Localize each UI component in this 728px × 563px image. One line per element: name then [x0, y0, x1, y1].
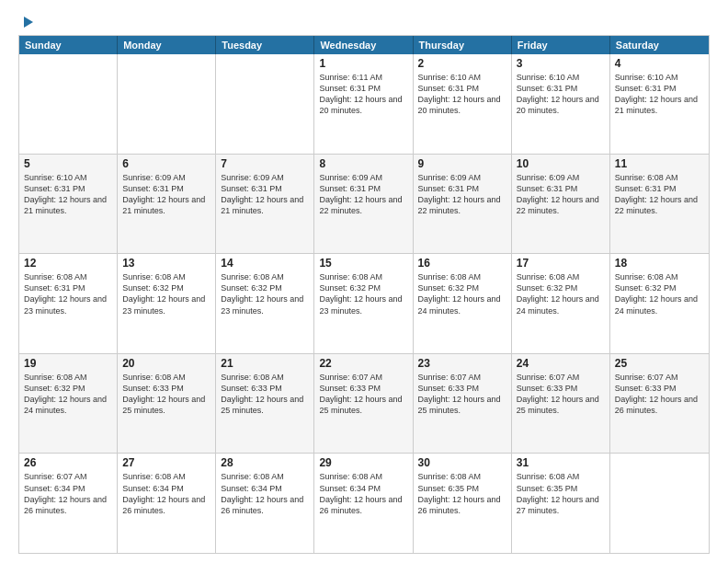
calendar-cell-w2-d4: 16Sunrise: 6:08 AM Sunset: 6:32 PM Dayli…: [414, 254, 512, 353]
day-number: 3: [517, 57, 605, 70]
day-number: 23: [418, 357, 506, 370]
day-number: 26: [24, 456, 112, 469]
calendar-cell-w1-d3: 8Sunrise: 6:09 AM Sunset: 6:31 PM Daylig…: [314, 155, 413, 254]
day-number: 1: [319, 57, 407, 70]
day-number: 21: [221, 357, 309, 370]
day-number: 8: [319, 157, 407, 170]
day-info: Sunrise: 6:09 AM Sunset: 6:31 PM Dayligh…: [122, 172, 210, 217]
day-number: 16: [418, 257, 506, 270]
day-number: 9: [418, 157, 506, 170]
day-number: 5: [24, 157, 112, 170]
day-number: 20: [122, 357, 210, 370]
calendar-cell-w3-d4: 23Sunrise: 6:07 AM Sunset: 6:33 PM Dayli…: [414, 354, 512, 454]
calendar-cell-w2-d5: 17Sunrise: 6:08 AM Sunset: 6:32 PM Dayli…: [512, 254, 610, 353]
header: [18, 15, 710, 28]
calendar-row-1: 5Sunrise: 6:10 AM Sunset: 6:31 PM Daylig…: [19, 154, 709, 254]
day-info: Sunrise: 6:08 AM Sunset: 6:33 PM Dayligh…: [221, 372, 309, 417]
day-number: 7: [221, 157, 309, 170]
day-number: 25: [615, 357, 704, 370]
day-number: 14: [221, 257, 309, 270]
day-number: 19: [24, 357, 112, 370]
calendar-row-2: 12Sunrise: 6:08 AM Sunset: 6:31 PM Dayli…: [19, 253, 709, 353]
calendar-cell-w1-d6: 11Sunrise: 6:08 AM Sunset: 6:31 PM Dayli…: [610, 155, 709, 254]
header-day-friday: Friday: [512, 36, 610, 54]
day-info: Sunrise: 6:10 AM Sunset: 6:31 PM Dayligh…: [517, 72, 605, 117]
header-day-thursday: Thursday: [414, 36, 512, 54]
day-info: Sunrise: 6:07 AM Sunset: 6:33 PM Dayligh…: [517, 372, 605, 417]
logo-arrow-icon: [24, 17, 33, 28]
day-info: Sunrise: 6:10 AM Sunset: 6:31 PM Dayligh…: [615, 72, 704, 117]
day-info: Sunrise: 6:08 AM Sunset: 6:34 PM Dayligh…: [221, 471, 309, 516]
calendar-cell-w4-d1: 27Sunrise: 6:08 AM Sunset: 6:34 PM Dayli…: [118, 454, 216, 553]
calendar-cell-w1-d2: 7Sunrise: 6:09 AM Sunset: 6:31 PM Daylig…: [216, 155, 314, 254]
day-info: Sunrise: 6:08 AM Sunset: 6:35 PM Dayligh…: [418, 471, 506, 516]
day-info: Sunrise: 6:08 AM Sunset: 6:35 PM Dayligh…: [517, 471, 605, 516]
calendar-header: SundayMondayTuesdayWednesdayThursdayFrid…: [19, 36, 709, 54]
day-number: 12: [24, 257, 112, 270]
day-info: Sunrise: 6:08 AM Sunset: 6:31 PM Dayligh…: [615, 172, 704, 217]
day-info: Sunrise: 6:10 AM Sunset: 6:31 PM Dayligh…: [24, 172, 112, 217]
calendar-cell-w2-d3: 15Sunrise: 6:08 AM Sunset: 6:32 PM Dayli…: [314, 254, 413, 353]
day-info: Sunrise: 6:09 AM Sunset: 6:31 PM Dayligh…: [418, 172, 506, 217]
day-info: Sunrise: 6:08 AM Sunset: 6:32 PM Dayligh…: [418, 271, 506, 316]
calendar-cell-w3-d1: 20Sunrise: 6:08 AM Sunset: 6:33 PM Dayli…: [118, 354, 216, 454]
calendar-cell-w0-d3: 1Sunrise: 6:11 AM Sunset: 6:31 PM Daylig…: [314, 54, 413, 154]
day-number: 13: [122, 257, 210, 270]
calendar-body: 1Sunrise: 6:11 AM Sunset: 6:31 PM Daylig…: [19, 54, 709, 553]
calendar-cell-w2-d0: 12Sunrise: 6:08 AM Sunset: 6:31 PM Dayli…: [19, 254, 118, 353]
day-number: 18: [615, 257, 704, 270]
calendar-cell-w0-d1: [118, 54, 216, 154]
header-day-tuesday: Tuesday: [216, 36, 314, 54]
day-number: 29: [319, 456, 407, 469]
day-info: Sunrise: 6:08 AM Sunset: 6:32 PM Dayligh…: [517, 271, 605, 316]
day-info: Sunrise: 6:07 AM Sunset: 6:33 PM Dayligh…: [615, 372, 704, 417]
calendar-cell-w2-d1: 13Sunrise: 6:08 AM Sunset: 6:32 PM Dayli…: [118, 254, 216, 353]
calendar-cell-w4-d4: 30Sunrise: 6:08 AM Sunset: 6:35 PM Dayli…: [414, 454, 512, 553]
calendar-cell-w4-d6: [610, 454, 709, 553]
calendar-row-0: 1Sunrise: 6:11 AM Sunset: 6:31 PM Daylig…: [19, 54, 709, 154]
header-day-wednesday: Wednesday: [314, 36, 413, 54]
day-number: 2: [418, 57, 506, 70]
day-number: 30: [418, 456, 506, 469]
calendar-cell-w3-d3: 22Sunrise: 6:07 AM Sunset: 6:33 PM Dayli…: [314, 354, 413, 454]
calendar-cell-w4-d2: 28Sunrise: 6:08 AM Sunset: 6:34 PM Dayli…: [216, 454, 314, 553]
day-info: Sunrise: 6:11 AM Sunset: 6:31 PM Dayligh…: [319, 72, 407, 117]
calendar-cell-w3-d0: 19Sunrise: 6:08 AM Sunset: 6:32 PM Dayli…: [19, 354, 118, 454]
header-day-sunday: Sunday: [19, 36, 118, 54]
calendar-cell-w0-d6: 4Sunrise: 6:10 AM Sunset: 6:31 PM Daylig…: [610, 54, 709, 154]
day-number: 31: [517, 456, 605, 469]
calendar-cell-w3-d2: 21Sunrise: 6:08 AM Sunset: 6:33 PM Dayli…: [216, 354, 314, 454]
day-number: 10: [517, 157, 605, 170]
calendar-cell-w1-d4: 9Sunrise: 6:09 AM Sunset: 6:31 PM Daylig…: [414, 155, 512, 254]
day-info: Sunrise: 6:08 AM Sunset: 6:33 PM Dayligh…: [122, 372, 210, 417]
day-info: Sunrise: 6:07 AM Sunset: 6:33 PM Dayligh…: [319, 372, 407, 417]
calendar-cell-w2-d6: 18Sunrise: 6:08 AM Sunset: 6:32 PM Dayli…: [610, 254, 709, 353]
calendar-cell-w1-d5: 10Sunrise: 6:09 AM Sunset: 6:31 PM Dayli…: [512, 155, 610, 254]
page: SundayMondayTuesdayWednesdayThursdayFrid…: [0, 0, 728, 563]
day-number: 22: [319, 357, 407, 370]
logo: [18, 15, 33, 28]
day-info: Sunrise: 6:08 AM Sunset: 6:32 PM Dayligh…: [615, 271, 704, 316]
calendar-cell-w4-d5: 31Sunrise: 6:08 AM Sunset: 6:35 PM Dayli…: [512, 454, 610, 553]
calendar-row-4: 26Sunrise: 6:07 AM Sunset: 6:34 PM Dayli…: [19, 453, 709, 553]
day-info: Sunrise: 6:10 AM Sunset: 6:31 PM Dayligh…: [418, 72, 506, 117]
header-day-monday: Monday: [118, 36, 216, 54]
day-number: 24: [517, 357, 605, 370]
day-info: Sunrise: 6:07 AM Sunset: 6:34 PM Dayligh…: [24, 471, 112, 516]
calendar-cell-w2-d2: 14Sunrise: 6:08 AM Sunset: 6:32 PM Dayli…: [216, 254, 314, 353]
day-info: Sunrise: 6:08 AM Sunset: 6:32 PM Dayligh…: [221, 271, 309, 316]
calendar-cell-w0-d5: 3Sunrise: 6:10 AM Sunset: 6:31 PM Daylig…: [512, 54, 610, 154]
calendar-cell-w1-d1: 6Sunrise: 6:09 AM Sunset: 6:31 PM Daylig…: [118, 155, 216, 254]
day-number: 15: [319, 257, 407, 270]
day-info: Sunrise: 6:09 AM Sunset: 6:31 PM Dayligh…: [517, 172, 605, 217]
day-info: Sunrise: 6:08 AM Sunset: 6:32 PM Dayligh…: [24, 372, 112, 417]
calendar-cell-w3-d6: 25Sunrise: 6:07 AM Sunset: 6:33 PM Dayli…: [610, 354, 709, 454]
header-day-saturday: Saturday: [610, 36, 709, 54]
day-number: 11: [615, 157, 704, 170]
day-info: Sunrise: 6:08 AM Sunset: 6:31 PM Dayligh…: [24, 271, 112, 316]
calendar-cell-w4-d0: 26Sunrise: 6:07 AM Sunset: 6:34 PM Dayli…: [19, 454, 118, 553]
calendar-row-3: 19Sunrise: 6:08 AM Sunset: 6:32 PM Dayli…: [19, 353, 709, 454]
day-number: 6: [122, 157, 210, 170]
day-number: 17: [517, 257, 605, 270]
day-info: Sunrise: 6:08 AM Sunset: 6:32 PM Dayligh…: [319, 271, 407, 316]
